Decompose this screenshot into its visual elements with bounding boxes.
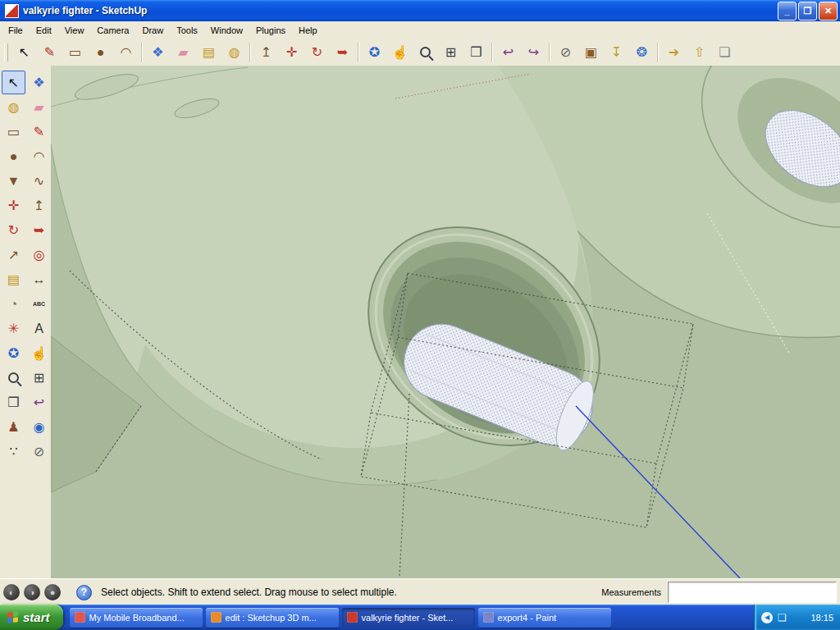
3d-warehouse-tool[interactable]: ▣ [578, 40, 604, 64]
move-tool[interactable]: ✛ [2, 194, 25, 217]
polygon-tool[interactable]: ▼ [2, 169, 25, 193]
zoom-tool[interactable] [2, 366, 25, 390]
text-tool[interactable]: ABC [27, 292, 51, 316]
menu-file[interactable]: File [2, 23, 30, 38]
rotate-tool[interactable]: ↻ [304, 40, 330, 64]
zoom-extents-tool[interactable]: ❒ [463, 40, 489, 64]
zoom-extents-icon: ❒ [7, 396, 19, 409]
rotate-tool[interactable]: ↻ [2, 218, 25, 242]
line-tool[interactable]: ✎ [37, 40, 62, 64]
paint-bucket-tool[interactable]: ◍ [2, 95, 25, 119]
get-models-tool[interactable]: ↧ [604, 40, 629, 64]
axes-tool[interactable]: ✳ [2, 317, 25, 340]
zoom-window-icon: ⊞ [445, 46, 456, 59]
task-paint[interactable]: export4 - Paint [478, 608, 611, 628]
credits-status-icon[interactable]: ◑ [24, 584, 40, 600]
menu-plugins[interactable]: Plugins [249, 23, 292, 38]
pan-icon: ☝ [31, 347, 48, 360]
select-tool[interactable]: ↖ [11, 40, 37, 64]
line-tool[interactable]: ✎ [27, 120, 51, 144]
menu-camera[interactable]: Camera [90, 23, 135, 38]
menu-draw[interactable]: Draw [135, 23, 170, 38]
tape-measure-tool[interactable]: ▤ [2, 267, 25, 291]
network-icon[interactable]: ❏ [778, 612, 787, 623]
eraser-tool[interactable]: ▰ [27, 95, 51, 119]
tape-measure-tool[interactable]: ▤ [196, 40, 221, 64]
viewport-3d[interactable] [51, 66, 840, 578]
eraser-tool[interactable]: ▰ [171, 40, 196, 64]
paint-bucket-icon: ◍ [229, 46, 240, 59]
pan-tool[interactable]: ☝ [387, 40, 413, 64]
measurements-input[interactable] [668, 582, 837, 603]
hide-icons-chevron-icon[interactable]: ◀ [761, 612, 773, 623]
export-model-tool[interactable]: ⇧ [687, 40, 712, 64]
taskbar-items: My Mobile Broadband...edit : Sketchup 3D… [63, 605, 754, 630]
pan-tool[interactable]: ☝ [27, 341, 51, 365]
export-model-icon: ⇧ [694, 46, 705, 59]
maximize-button[interactable]: ❐ [798, 2, 817, 21]
polygon-icon: ▼ [7, 175, 21, 188]
select-icon: ↖ [8, 76, 19, 89]
import-model-tool[interactable]: ➔ [661, 40, 687, 64]
close-button[interactable]: ✕ [819, 2, 838, 21]
task-sketchup[interactable]: valkyrie fighter - Sket... [342, 608, 475, 628]
scale-icon: ↗ [8, 249, 19, 262]
minimize-button[interactable]: _ [778, 2, 797, 21]
menu-edit[interactable]: Edit [30, 23, 58, 38]
task-mobile-broadband[interactable]: My Mobile Broadband... [70, 608, 203, 628]
make-component-tool[interactable]: ❖ [145, 40, 171, 64]
follow-me-tool[interactable]: ➥ [27, 218, 51, 242]
look-around-tool[interactable]: ◉ [27, 415, 51, 439]
task-paint-icon [483, 612, 494, 623]
zoom-window-tool[interactable]: ⊞ [438, 40, 463, 64]
google-earth-tool[interactable]: ❂ [629, 40, 655, 64]
zoom-tool[interactable] [413, 40, 438, 64]
orbit-tool[interactable]: ✪ [2, 341, 25, 365]
circle-tool[interactable]: ● [2, 144, 25, 168]
dimension-tool[interactable]: ↔ [27, 267, 51, 291]
move-tool[interactable]: ✛ [279, 40, 304, 64]
arc-tool[interactable]: ◠ [27, 144, 51, 168]
task-sketchup-icon [347, 612, 358, 623]
make-component-icon: ❖ [152, 46, 163, 59]
menu-window[interactable]: Window [204, 23, 249, 38]
rotate-icon: ↻ [8, 224, 19, 237]
share-model-tool[interactable]: ❏ [712, 40, 737, 64]
sketchup-status-icon[interactable]: ● [44, 584, 61, 600]
zoom-extents-tool[interactable]: ❒ [2, 390, 25, 414]
section-plane-tool[interactable]: ⊘ [553, 40, 578, 64]
menu-help[interactable]: Help [292, 23, 324, 38]
offset-tool[interactable]: ◎ [27, 243, 51, 267]
protractor-tool[interactable]: ◔ [2, 292, 25, 316]
rectangle-tool[interactable]: ▭ [2, 120, 25, 144]
scale-tool[interactable]: ↗ [2, 243, 25, 267]
zoom-window-tool[interactable]: ⊞ [27, 366, 51, 390]
task-browser-sketchup[interactable]: edit : Sketchup 3D m... [206, 608, 339, 628]
freehand-tool[interactable]: ∿ [27, 169, 51, 193]
circle-tool[interactable]: ● [88, 40, 113, 64]
follow-me-tool[interactable]: ➥ [330, 40, 355, 64]
menu-bar: FileEditViewCameraDrawToolsWindowPlugins… [0, 21, 840, 39]
share-model-icon: ❏ [719, 46, 730, 59]
make-component-tool[interactable]: ❖ [27, 71, 51, 94]
paint-bucket-tool[interactable]: ◍ [221, 40, 247, 64]
menu-tools[interactable]: Tools [170, 23, 204, 38]
menu-view[interactable]: View [58, 23, 91, 38]
rectangle-tool[interactable]: ▭ [62, 40, 88, 64]
toolbar-grip[interactable] [4, 43, 8, 62]
orbit-tool[interactable]: ✪ [362, 40, 387, 64]
position-camera-tool[interactable]: ♟ [2, 415, 25, 439]
push-pull-tool[interactable]: ↥ [27, 194, 51, 217]
push-pull-tool[interactable]: ↥ [253, 40, 279, 64]
arc-tool[interactable]: ◠ [113, 40, 139, 64]
select-tool[interactable]: ↖ [2, 71, 25, 94]
help-icon[interactable]: ? [76, 585, 92, 600]
previous-view-tool[interactable]: ↩ [495, 40, 521, 64]
3d-text-tool[interactable]: A [27, 317, 51, 340]
geolocation-status-icon[interactable]: ◐ [3, 584, 20, 600]
previous-view-tool[interactable]: ↩ [27, 390, 51, 414]
walk-tool[interactable]: ∵ [2, 440, 25, 463]
next-view-tool[interactable]: ↪ [521, 40, 546, 64]
start-button[interactable]: start [0, 605, 63, 630]
section-plane-tool[interactable]: ⊘ [27, 440, 51, 463]
